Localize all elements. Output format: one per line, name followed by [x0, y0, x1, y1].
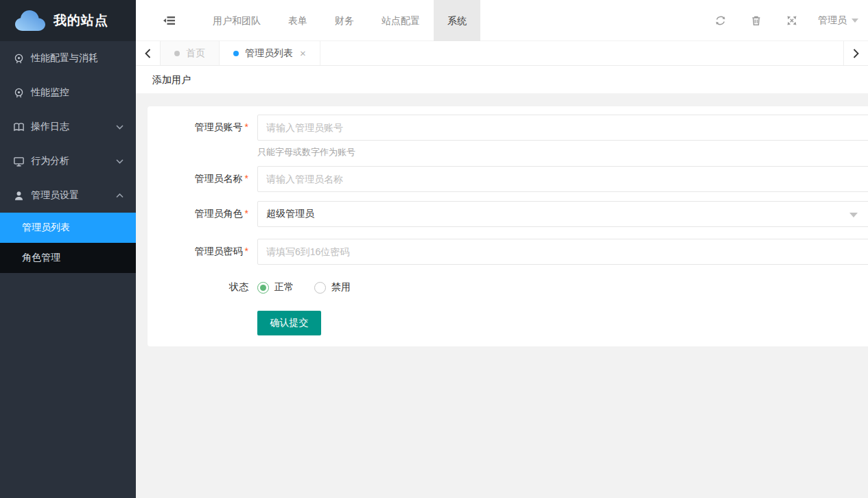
top-nav: 用户和团队 表单 财务 站点配置 系统 — [199, 0, 480, 41]
page-title: 添加用户 — [152, 74, 191, 85]
sidebar-subitem-label: 角色管理 — [22, 252, 60, 264]
form-row-status: 状态 正常 禁用 — [148, 274, 868, 300]
tab-label: 首页 — [186, 47, 205, 60]
user-icon — [12, 189, 25, 202]
tab-status-dot — [233, 51, 239, 56]
sidebar-item-label: 行为分析 — [31, 155, 69, 167]
tab-admin-list[interactable]: 管理员列表 × — [220, 41, 320, 65]
form-row-submit: 确认提交 — [148, 311, 868, 335]
sidebar-item-label: 性能配置与消耗 — [31, 52, 98, 64]
sidebar-subitem-label: 管理员列表 — [22, 222, 70, 234]
required-asterisk: * — [245, 246, 248, 257]
chevron-up-icon — [116, 193, 124, 198]
admin-password-input[interactable] — [257, 239, 868, 265]
top-nav-finance[interactable]: 财务 — [321, 0, 368, 41]
user-name-label: 管理员 — [818, 14, 847, 27]
sidebar-item-operation-log[interactable]: 操作日志 — [0, 110, 136, 144]
form-row-role: 管理员角色* 超级管理员 — [148, 201, 868, 227]
header-actions: 管理员 — [690, 0, 868, 41]
broadcast-icon — [12, 86, 25, 99]
add-user-form-card: 管理员账号* 只能字母或数字作为账号 管理员名称* 管理员角色* 超级管理员 — [148, 106, 868, 346]
admin-settings-submenu: 管理员列表 角色管理 — [0, 213, 136, 273]
top-nav-forms[interactable]: 表单 — [274, 0, 321, 41]
admin-name-input[interactable] — [257, 166, 868, 192]
status-radio-group: 正常 禁用 — [257, 281, 371, 294]
caret-down-icon — [852, 19, 858, 26]
top-nav-system[interactable]: 系统 — [434, 0, 480, 41]
tab-status-dot — [174, 51, 180, 56]
field-label: 管理员角色* — [148, 208, 257, 220]
book-icon — [12, 121, 25, 133]
sidebar-item-admin-settings[interactable]: 管理员设置 — [0, 178, 136, 213]
tab-home[interactable]: 首页 — [161, 41, 220, 65]
top-nav-site-config[interactable]: 站点配置 — [368, 0, 434, 41]
form-row-account: 管理员账号* — [148, 115, 868, 141]
user-menu[interactable]: 管理员 — [818, 14, 858, 27]
sidebar-item-label: 管理员设置 — [31, 189, 79, 202]
main-area: 用户和团队 表单 财务 站点配置 系统 — [136, 0, 868, 498]
content-area: 管理员账号* 只能字母或数字作为账号 管理员名称* 管理员角色* 超级管理员 — [136, 93, 868, 498]
refresh-icon[interactable] — [715, 15, 726, 26]
page-toolbar: 添加用户 — [136, 66, 868, 93]
field-label: 管理员名称* — [148, 173, 257, 185]
sidebar-item-label: 性能监控 — [31, 86, 69, 99]
required-asterisk: * — [245, 173, 248, 184]
fullscreen-icon[interactable] — [786, 15, 797, 26]
cloud-logo-icon — [14, 9, 47, 32]
admin-account-input[interactable] — [257, 115, 868, 141]
sidebar: 我的站点 性能配置与消耗 性能监控 操作日志 行为分析 — [0, 0, 136, 498]
tab-label: 管理员列表 — [245, 47, 293, 60]
radio-label: 正常 — [274, 281, 294, 294]
field-label: 状态 — [148, 281, 257, 294]
radio-label: 禁用 — [331, 281, 351, 294]
sidebar-item-behavior-analysis[interactable]: 行为分析 — [0, 144, 136, 178]
tab-scroll-left-icon[interactable] — [136, 41, 161, 65]
field-label: 管理员账号* — [148, 121, 257, 134]
chevron-down-icon — [116, 159, 124, 164]
select-dropdown-icon — [849, 213, 858, 222]
site-name: 我的站点 — [54, 12, 108, 29]
top-header: 用户和团队 表单 财务 站点配置 系统 — [136, 0, 868, 41]
site-logo[interactable]: 我的站点 — [0, 0, 136, 41]
tab-close-icon[interactable]: × — [300, 48, 306, 58]
form-row-name: 管理员名称* — [148, 166, 868, 192]
sidebar-collapse-icon[interactable] — [159, 0, 178, 41]
radio-checked-icon — [257, 282, 269, 294]
tab-scroll-right-icon[interactable] — [843, 41, 868, 65]
sidebar-item-performance-config[interactable]: 性能配置与消耗 — [0, 41, 136, 75]
submit-button[interactable]: 确认提交 — [257, 311, 321, 335]
status-radio-disabled[interactable]: 禁用 — [314, 281, 351, 294]
sidebar-subitem-admin-list[interactable]: 管理员列表 — [0, 213, 136, 243]
page-tabbar: 首页 管理员列表 × — [136, 41, 868, 66]
required-asterisk: * — [245, 208, 248, 219]
broadcast-icon — [12, 52, 25, 64]
sidebar-subitem-role-management[interactable]: 角色管理 — [0, 243, 136, 273]
required-asterisk: * — [245, 121, 248, 132]
radio-unchecked-icon — [314, 282, 326, 294]
top-nav-users-teams[interactable]: 用户和团队 — [199, 0, 274, 41]
sidebar-item-performance-monitor[interactable]: 性能监控 — [0, 75, 136, 110]
account-help-text: 只能字母或数字作为账号 — [257, 146, 868, 158]
selected-role-value: 超级管理员 — [266, 208, 314, 220]
status-radio-normal[interactable]: 正常 — [257, 281, 294, 294]
chevron-down-icon — [116, 125, 124, 130]
trash-icon[interactable] — [751, 15, 762, 26]
field-label: 管理员密码* — [148, 246, 257, 258]
admin-role-select[interactable]: 超级管理员 — [257, 201, 868, 227]
monitor-icon — [12, 155, 25, 167]
form-row-password: 管理员密码* — [148, 239, 868, 265]
sidebar-item-label: 操作日志 — [31, 121, 69, 133]
